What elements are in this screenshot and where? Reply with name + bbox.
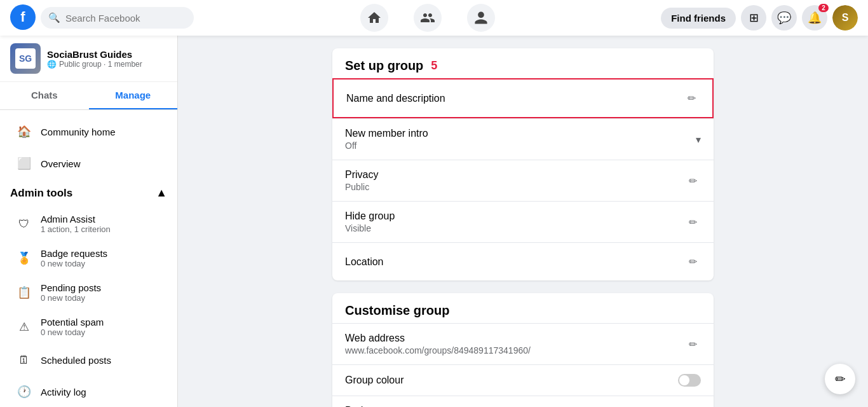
collapse-icon[interactable]: ▲ bbox=[156, 186, 167, 200]
messenger-button[interactable]: 💬 bbox=[771, 5, 797, 31]
clock-icon: 🕐 bbox=[15, 383, 33, 401]
chevron-down-icon[interactable]: ▾ bbox=[696, 134, 701, 146]
setup-group-title: Set up group bbox=[345, 59, 423, 73]
group-colour-item[interactable]: Group colour bbox=[332, 364, 714, 396]
sidebar: SG SociaBrust Guides 🌐 Public group · 1 … bbox=[0, 36, 178, 407]
new-member-sub: Off bbox=[345, 141, 428, 151]
find-friends-button[interactable]: Find friends bbox=[661, 8, 736, 29]
badges-item[interactable]: Badges 5 badges ✏ bbox=[332, 396, 714, 407]
sidebar-item-admin-assist[interactable]: 🛡 Admin Assist 1 action, 1 criterion bbox=[5, 207, 172, 240]
group-colour-toggle[interactable] bbox=[678, 374, 701, 387]
top-navigation: f 🔍 Find friends ⊞ 💬 🔔 2 S bbox=[0, 0, 868, 36]
calendar-icon: 🗓 bbox=[15, 351, 33, 369]
privacy-label: Privacy bbox=[345, 169, 378, 181]
sidebar-item-scheduled-posts[interactable]: 🗓 Scheduled posts bbox=[5, 345, 172, 375]
facebook-logo[interactable]: f bbox=[10, 4, 36, 32]
main-content: Set up group 5 Name and description ✏ Ne… bbox=[178, 36, 868, 407]
pending-icon: 📋 bbox=[15, 284, 33, 301]
sidebar-item-community-home[interactable]: 🏠 Community home bbox=[5, 116, 172, 147]
group-info: SociaBrust Guides 🌐 Public group · 1 mem… bbox=[47, 49, 142, 69]
sidebar-nav: 🏠 Community home ⬜ Overview Admin tools … bbox=[0, 110, 177, 407]
badge-icon: 🏅 bbox=[15, 249, 33, 267]
privacy-item[interactable]: Privacy Public ✏ bbox=[332, 160, 714, 201]
group-header: SG SociaBrust Guides 🌐 Public group · 1 … bbox=[0, 36, 177, 82]
sidebar-item-potential-spam[interactable]: ⚠ Potential spam 0 new today bbox=[5, 310, 172, 343]
new-member-intro-item[interactable]: New member intro Off ▾ bbox=[332, 118, 714, 160]
group-colour-label: Group colour bbox=[345, 375, 404, 386]
sidebar-item-overview[interactable]: ⬜ Overview bbox=[5, 148, 172, 179]
web-address-sub: www.facebook.com/groups/849489117341960/ bbox=[345, 345, 531, 355]
new-member-label: New member intro bbox=[345, 128, 428, 139]
group-meta: 🌐 Public group · 1 member bbox=[47, 60, 142, 69]
edit-name-icon[interactable]: ✏ bbox=[684, 88, 700, 108]
hide-group-sub: Visible bbox=[345, 223, 395, 233]
name-description-item[interactable]: Name and description ✏ bbox=[332, 78, 714, 118]
search-icon: 🔍 bbox=[48, 12, 60, 24]
privacy-sub: Public bbox=[345, 182, 378, 192]
setup-badge: 5 bbox=[431, 59, 437, 72]
sidebar-item-badge-requests[interactable]: 🏅 Badge requests 0 new today bbox=[5, 242, 172, 275]
setup-group-card: Set up group 5 Name and description ✏ Ne… bbox=[332, 48, 714, 280]
customise-group-card: Customise group Web address www.facebook… bbox=[332, 293, 714, 407]
sidebar-tabs: Chats Manage bbox=[0, 82, 177, 110]
top-nav-right: Find friends ⊞ 💬 🔔 2 S bbox=[661, 5, 858, 31]
globe-icon: 🌐 bbox=[47, 60, 57, 69]
notifications-button[interactable]: 🔔 2 bbox=[802, 5, 827, 31]
home-nav-button[interactable] bbox=[360, 4, 388, 32]
svg-text:f: f bbox=[20, 9, 25, 25]
main-layout: SG SociaBrust Guides 🌐 Public group · 1 … bbox=[0, 36, 868, 407]
sidebar-item-pending-posts[interactable]: 📋 Pending posts 0 new today bbox=[5, 276, 172, 309]
setup-group-header: Set up group 5 bbox=[332, 48, 714, 78]
tab-manage[interactable]: Manage bbox=[89, 82, 178, 109]
edit-web-icon[interactable]: ✏ bbox=[685, 335, 701, 354]
hide-group-label: Hide group bbox=[345, 210, 395, 222]
toggle-knob bbox=[679, 375, 689, 385]
search-bar[interactable]: 🔍 bbox=[41, 7, 194, 29]
hide-group-item[interactable]: Hide group Visible ✏ bbox=[332, 201, 714, 242]
user-avatar[interactable]: S bbox=[832, 5, 858, 31]
tab-chats[interactable]: Chats bbox=[0, 82, 89, 109]
notification-badge: 2 bbox=[818, 4, 829, 12]
location-label: Location bbox=[345, 256, 384, 268]
group-name: SociaBrust Guides bbox=[47, 49, 142, 60]
profile-nav-button[interactable] bbox=[467, 4, 495, 32]
edit-hide-icon[interactable]: ✏ bbox=[685, 212, 701, 232]
edit-location-icon[interactable]: ✏ bbox=[685, 252, 701, 272]
shield-icon: 🛡 bbox=[15, 215, 33, 233]
group-avatar: SG bbox=[10, 43, 41, 74]
sidebar-item-label: Overview bbox=[41, 158, 81, 169]
home-icon: 🏠 bbox=[15, 123, 33, 141]
apps-button[interactable]: ⊞ bbox=[741, 5, 766, 31]
center-nav bbox=[199, 4, 656, 32]
sidebar-item-activity-log[interactable]: 🕐 Activity log bbox=[5, 376, 172, 407]
overview-icon: ⬜ bbox=[15, 155, 33, 172]
edit-privacy-icon[interactable]: ✏ bbox=[685, 171, 701, 191]
web-address-item[interactable]: Web address www.facebook.com/groups/8494… bbox=[332, 323, 714, 364]
customise-group-title: Customise group bbox=[332, 293, 714, 323]
search-input[interactable] bbox=[65, 13, 186, 24]
web-address-label: Web address bbox=[345, 333, 531, 344]
compose-button[interactable]: ✏ bbox=[825, 364, 855, 394]
warning-icon: ⚠ bbox=[15, 318, 33, 336]
name-description-label: Name and description bbox=[346, 93, 445, 104]
sidebar-item-label: Community home bbox=[41, 127, 116, 137]
location-item[interactable]: Location ✏ bbox=[332, 242, 714, 280]
friends-nav-button[interactable] bbox=[414, 4, 442, 32]
admin-tools-header: Admin tools ▲ bbox=[0, 180, 177, 206]
